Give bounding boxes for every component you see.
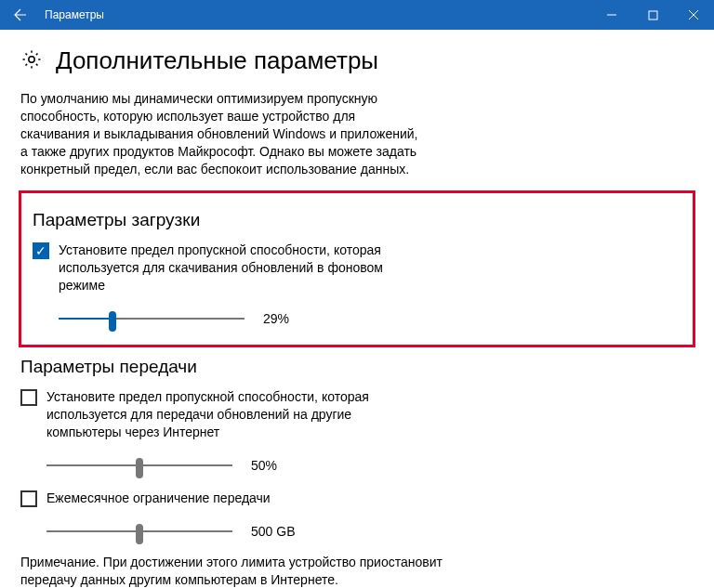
- slider-thumb[interactable]: [136, 458, 143, 478]
- upload-bandwidth-slider[interactable]: [46, 456, 232, 475]
- download-bandwidth-slider[interactable]: [59, 309, 245, 328]
- slider-thumb[interactable]: [109, 311, 116, 332]
- intro-text: По умолчанию мы динамически оптимизируем…: [20, 90, 420, 177]
- window-title: Параметры: [41, 8, 104, 21]
- minimize-button[interactable]: [591, 0, 632, 30]
- upload-heading: Параметры передачи: [20, 357, 694, 377]
- upload-limit-label: Установите предел пропускной способности…: [46, 388, 420, 441]
- upload-note: Примечание. При достижении этого лимита …: [20, 554, 476, 588]
- download-limit-option[interactable]: ✓ Установите предел пропускной способнос…: [33, 242, 432, 294]
- upload-limit-checkbox[interactable]: [20, 389, 37, 406]
- download-limit-label: Установите предел пропускной способности…: [59, 242, 432, 294]
- upload-limit-option[interactable]: Установите предел пропускной способности…: [20, 388, 420, 441]
- svg-point-1: [29, 56, 34, 61]
- close-button[interactable]: [673, 0, 714, 30]
- page-header: Дополнительные параметры: [20, 46, 694, 75]
- maximize-button[interactable]: [632, 0, 673, 30]
- download-limit-checkbox[interactable]: ✓: [33, 242, 49, 259]
- monthly-limit-option[interactable]: Ежемесячное ограничение передачи: [20, 490, 420, 507]
- window-titlebar: Параметры: [0, 0, 714, 30]
- monthly-slider-value: 500 GB: [251, 524, 307, 539]
- upload-slider-value: 50%: [251, 458, 307, 473]
- download-section: Параметры загрузки ✓ Установите предел п…: [33, 210, 681, 328]
- svg-rect-0: [649, 11, 657, 20]
- content-area: Дополнительные параметры По умолчанию мы…: [0, 30, 714, 588]
- download-slider-value: 29%: [263, 311, 319, 326]
- gear-icon: [20, 48, 43, 74]
- back-button[interactable]: [0, 0, 41, 30]
- download-heading: Параметры загрузки: [33, 210, 681, 230]
- monthly-limit-slider[interactable]: [46, 522, 232, 541]
- upload-section: Параметры передачи Установите предел про…: [20, 357, 694, 588]
- check-icon: ✓: [35, 244, 46, 257]
- upload-slider-row: 50%: [46, 456, 694, 475]
- download-slider-row: 29%: [59, 309, 681, 328]
- monthly-slider-row: 500 GB: [46, 522, 694, 541]
- monthly-limit-label: Ежемесячное ограничение передачи: [46, 490, 271, 507]
- download-section-highlight: Параметры загрузки ✓ Установите предел п…: [19, 190, 695, 347]
- page-title: Дополнительные параметры: [56, 46, 378, 75]
- slider-thumb[interactable]: [136, 524, 143, 544]
- monthly-limit-checkbox[interactable]: [20, 490, 37, 507]
